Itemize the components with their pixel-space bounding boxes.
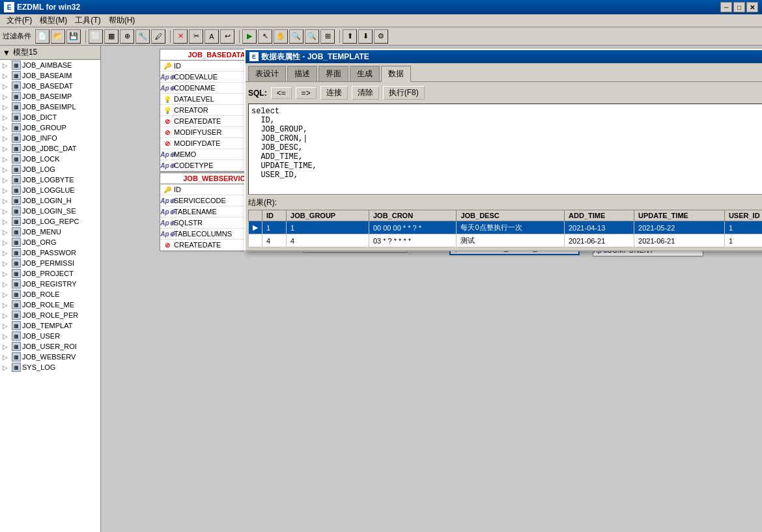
tab-description[interactable]: 描述: [287, 66, 317, 81]
sidebar-item-label: JOB_TEMPLAT: [22, 322, 72, 329]
sidebar-item-job-aimbase[interactable]: ▷ ▦ JOB_AIMBASE: [0, 60, 100, 70]
sidebar-item-label: JOB_USER_ROI: [22, 343, 77, 350]
tb-select[interactable]: ↖: [258, 29, 272, 44]
sidebar-item-job-group[interactable]: ▷ ▦ JOB_GROUP: [0, 122, 100, 133]
sidebar-item-job-role-per[interactable]: ▷ ▦ JOB_ROLE_PER: [0, 310, 100, 320]
table-icon: ▦: [12, 259, 21, 268]
sidebar-item-job-webserv[interactable]: ▷ ▦ JOB_WEBSERV: [0, 352, 100, 362]
tb-sep4: [337, 30, 340, 43]
tb-text[interactable]: A: [205, 29, 219, 44]
sidebar-item-job-user[interactable]: ▷ ▦ JOB_USER: [0, 331, 100, 341]
table-icon: ▦: [12, 196, 21, 205]
sidebar-item-job-baseimp[interactable]: ▷ ▦ JOB_BASEIMP: [0, 91, 100, 102]
tb-btn7[interactable]: 🔧: [135, 29, 150, 44]
sidebar-item-job-jdbc[interactable]: ▷ ▦ JOB_JDBC_DAT: [0, 143, 100, 154]
col-job-group[interactable]: JOB_GROUP: [287, 210, 369, 221]
sql-nav-prev-button[interactable]: <=: [271, 87, 292, 99]
menu-model[interactable]: 模型(M): [36, 14, 71, 27]
maximize-button[interactable]: □: [733, 2, 745, 12]
sidebar-item-sys-log[interactable]: ▷ ▦ SYS_LOG: [0, 362, 100, 372]
sidebar-item-job-logglue[interactable]: ▷ ▦ JOB_LOGGLUE: [0, 185, 100, 195]
tab-table-design[interactable]: 表设计: [248, 66, 286, 81]
tb-btn4[interactable]: ⬜: [89, 29, 103, 44]
sidebar-item-job-dict[interactable]: ▷ ▦ JOB_DICT: [0, 112, 100, 122]
sidebar-item-job-login-h[interactable]: ▷ ▦ JOB_LOGIN_H: [0, 195, 100, 206]
col-id[interactable]: ID: [262, 210, 287, 221]
table-icon: ▦: [12, 342, 21, 351]
tab-generate[interactable]: 生成: [350, 66, 380, 81]
table-row[interactable]: 4 4 03 * ? * * * * 测试 2021-06-21 2021-06…: [249, 234, 763, 247]
tb-zoom-out[interactable]: 🔍: [305, 29, 319, 44]
cell-job-desc: 每天0点整执行一次: [457, 221, 565, 234]
tb-hand[interactable]: ✋: [274, 29, 288, 44]
sidebar-item-job-basedat[interactable]: ▷ ▦ JOB_BASEDAT: [0, 81, 100, 91]
tb-delete[interactable]: ✕: [173, 29, 188, 44]
sidebar-item-job-baseimpl[interactable]: ▷ ▦ JOB_BASEIMPL: [0, 102, 100, 112]
sql-execute-button[interactable]: 执行(F8): [383, 86, 425, 100]
tb-btn5[interactable]: ▦: [104, 29, 119, 44]
sidebar-item-job-permiss[interactable]: ▷ ▦ JOB_PERMISSI: [0, 258, 100, 268]
sql-nav-next-button[interactable]: =>: [296, 87, 317, 99]
sidebar-item-job-logbyte[interactable]: ▷ ▦ JOB_LOGBYTE: [0, 175, 100, 185]
minimize-button[interactable]: ─: [720, 2, 732, 12]
sidebar-item-job-project[interactable]: ▷ ▦ JOB_PROJECT: [0, 268, 100, 279]
sql-connect-button[interactable]: 连接: [320, 86, 348, 100]
tab-interface[interactable]: 界面: [318, 66, 348, 81]
sidebar-item-job-menu[interactable]: ▷ ▦ JOB_MENU: [0, 227, 100, 237]
tb-settings[interactable]: ⚙: [374, 29, 388, 44]
tb-undo[interactable]: ↩: [220, 29, 234, 44]
app-icon: Ap⊕: [163, 83, 172, 92]
col-job-desc[interactable]: JOB_DESC: [457, 210, 565, 221]
close-button[interactable]: ✕: [746, 2, 758, 12]
expand-icon: ▷: [3, 343, 10, 350]
menu-tools[interactable]: 工具(T): [71, 14, 104, 27]
expand-icon: ▷: [3, 364, 10, 371]
table-row[interactable]: ▶ 1 1 00 00 00 * * ? * 每天0点整执行一次 2021-04…: [249, 221, 763, 234]
tb-sep2: [168, 30, 171, 43]
sidebar-item-job-org[interactable]: ▷ ▦ JOB_ORG: [0, 237, 100, 247]
col-user-id[interactable]: USER_ID: [724, 210, 762, 221]
col-add-time[interactable]: ADD_TIME: [565, 210, 634, 221]
sidebar-item-job-user-rol[interactable]: ▷ ▦ JOB_USER_ROI: [0, 341, 100, 352]
col-job-cron[interactable]: JOB_CRON: [369, 210, 456, 221]
tb-save[interactable]: 💾: [66, 29, 81, 44]
table-icon: ▦: [12, 321, 21, 330]
tb-btn8[interactable]: 🖊: [151, 29, 165, 44]
tb-zoom-in[interactable]: 🔍: [289, 29, 303, 44]
tb-cut[interactable]: ✂: [189, 29, 203, 44]
sql-clear-button[interactable]: 清除: [352, 86, 379, 100]
menu-help[interactable]: 帮助(H): [105, 14, 139, 27]
sidebar-item-job-registry[interactable]: ▷ ▦ JOB_REGISTRY: [0, 279, 100, 289]
expand-icon: ▷: [3, 156, 10, 163]
tb-run[interactable]: ▶: [242, 29, 257, 44]
tb-export[interactable]: ⬇: [358, 29, 373, 44]
er-canvas[interactable]: JOB_BASEDATA 🔑ID Ap⊕CODEVALUE Ap⊕CODENAM…: [101, 46, 762, 532]
sidebar-item-job-role-me[interactable]: ▷ ▦ JOB_ROLE_ME: [0, 300, 100, 310]
sidebar-item-job-baseaim[interactable]: ▷ ▦ JOB_BASEAIM: [0, 70, 100, 81]
tb-fit[interactable]: ⊞: [320, 29, 335, 44]
menu-file[interactable]: 文件(F): [3, 14, 36, 27]
sidebar-tree[interactable]: ▷ ▦ JOB_AIMBASE ▷ ▦ JOB_BASEAIM ▷ ▦ JOB_…: [0, 60, 100, 532]
table-icon: ▦: [12, 133, 21, 143]
cell-job-cron: 03 * ? * * * *: [369, 234, 456, 247]
sql-editor[interactable]: select ID, JOB_GROUP, JOB_CRON,| JOB_DES…: [248, 104, 762, 195]
sidebar-item-job-password[interactable]: ▷ ▦ JOB_PASSWOR: [0, 247, 100, 258]
sql-label: SQL:: [248, 89, 267, 98]
sidebar-item-job-templat[interactable]: ▷ ▦ JOB_TEMPLAT: [0, 320, 100, 331]
tb-import[interactable]: ⬆: [343, 29, 357, 44]
tb-btn6[interactable]: ⊕: [120, 29, 134, 44]
sidebar-item-job-lock[interactable]: ▷ ▦ JOB_LOCK: [0, 154, 100, 164]
sidebar-item-job-log[interactable]: ▷ ▦ JOB_LOG: [0, 164, 100, 175]
app-icon: Ap⊕: [163, 229, 172, 238]
col-update-time[interactable]: UPDATE_TIME: [634, 210, 725, 221]
sidebar-item-job-log-rep[interactable]: ▷ ▦ JOB_LOG_REPC: [0, 216, 100, 227]
expand-icon: ▷: [3, 114, 10, 121]
sidebar-item-job-role[interactable]: ▷ ▦ JOB_ROLE: [0, 289, 100, 300]
table-icon: ▦: [12, 352, 21, 361]
tb-open[interactable]: 📂: [51, 29, 65, 44]
tab-data[interactable]: 数据: [381, 66, 411, 82]
expand-icon: ▷: [3, 249, 10, 257]
sidebar-item-job-login-se[interactable]: ▷ ▦ JOB_LOGIN_SE: [0, 206, 100, 216]
sidebar-item-job-info[interactable]: ▷ ▦ JOB_INFO: [0, 133, 100, 143]
tb-new[interactable]: 📄: [35, 29, 49, 44]
